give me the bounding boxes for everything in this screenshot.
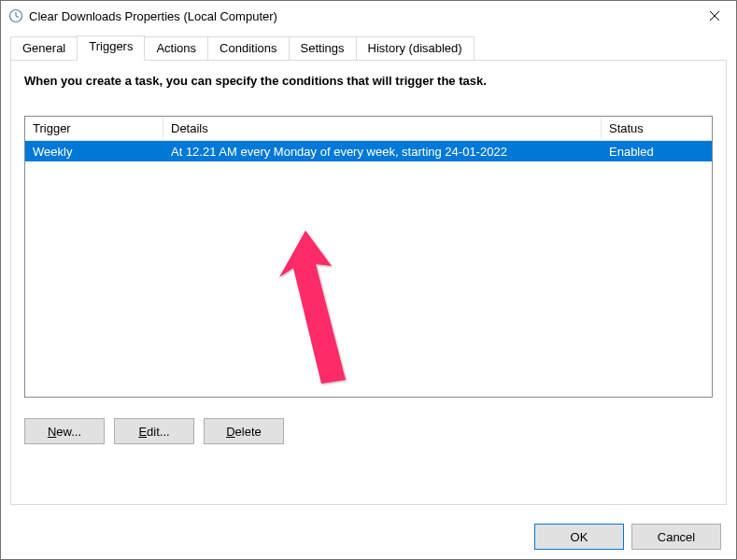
tab-triggers[interactable]: Triggers — [77, 35, 145, 61]
client-area: General Triggers Actions Conditions Sett… — [1, 31, 736, 514]
tab-strip: General Triggers Actions Conditions Sett… — [10, 36, 727, 61]
cell-trigger: Weekly — [25, 143, 163, 161]
close-button[interactable] — [693, 1, 736, 31]
cancel-button[interactable]: Cancel — [631, 524, 721, 550]
intro-text: When you create a task, you can specify … — [24, 74, 713, 88]
tab-conditions[interactable]: Conditions — [207, 36, 289, 61]
delete-button[interactable]: Delete — [204, 418, 284, 444]
ok-button[interactable]: OK — [534, 524, 624, 550]
new-button[interactable]: New... — [24, 418, 105, 444]
tab-history[interactable]: History (disabled) — [356, 36, 475, 61]
listview-header: Trigger Details Status — [25, 117, 712, 141]
triggers-listview[interactable]: Trigger Details Status Weekly At 12.21 A… — [24, 116, 713, 398]
trigger-buttons-row: New... Edit... Delete — [24, 418, 713, 444]
clock-icon — [8, 8, 23, 23]
tab-general[interactable]: General — [10, 36, 78, 61]
titlebar: Clear Downloads Properties (Local Comput… — [1, 1, 736, 31]
edit-button[interactable]: Edit... — [114, 418, 194, 444]
tab-settings[interactable]: Settings — [289, 36, 357, 61]
header-status[interactable]: Status — [602, 118, 712, 139]
header-details[interactable]: Details — [163, 118, 602, 139]
tab-page-triggers: When you create a task, you can specify … — [10, 60, 727, 505]
window-title: Clear Downloads Properties (Local Comput… — [29, 9, 693, 23]
dialog-footer: OK Cancel — [1, 514, 736, 559]
header-trigger[interactable]: Trigger — [25, 118, 163, 139]
close-icon — [709, 10, 720, 21]
trigger-row[interactable]: Weekly At 12.21 AM every Monday of every… — [25, 141, 712, 161]
listview-body: Weekly At 12.21 AM every Monday of every… — [25, 141, 712, 397]
cell-details: At 12.21 AM every Monday of every week, … — [163, 143, 602, 161]
cell-status: Enabled — [602, 143, 712, 161]
tab-actions[interactable]: Actions — [144, 36, 208, 61]
properties-window: Clear Downloads Properties (Local Comput… — [0, 0, 737, 560]
